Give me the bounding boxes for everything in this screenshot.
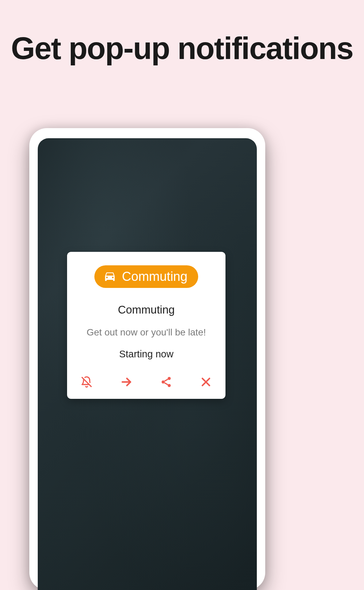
notification-title: Commuting: [118, 303, 175, 316]
pill-label: Commuting: [122, 269, 187, 284]
svg-point-3: [162, 381, 165, 384]
notification-card[interactable]: Commuting Commuting Get out now or you'l…: [67, 252, 225, 399]
svg-point-2: [168, 377, 171, 380]
device-wallpaper: Commuting Commuting Get out now or you'l…: [38, 138, 257, 590]
notification-status: Starting now: [119, 349, 173, 360]
svg-point-4: [168, 384, 171, 387]
close-icon: [200, 376, 212, 389]
dismiss-button[interactable]: [199, 376, 213, 389]
notification-actions: [77, 376, 216, 392]
device-frame: Commuting Commuting Get out now or you'l…: [29, 128, 265, 590]
svg-line-5: [164, 383, 168, 385]
share-icon: [160, 376, 172, 389]
mute-button[interactable]: [80, 376, 93, 389]
bell-off-icon: [81, 376, 93, 389]
page-headline: Get pop-up notifications: [0, 0, 364, 65]
notification-body: Get out now or you'll be late!: [87, 327, 206, 338]
category-pill[interactable]: Commuting: [94, 265, 198, 288]
svg-line-6: [164, 379, 168, 381]
open-button[interactable]: [120, 376, 133, 389]
car-icon: [102, 270, 117, 284]
share-button[interactable]: [159, 376, 173, 389]
arrow-right-icon: [120, 376, 132, 389]
